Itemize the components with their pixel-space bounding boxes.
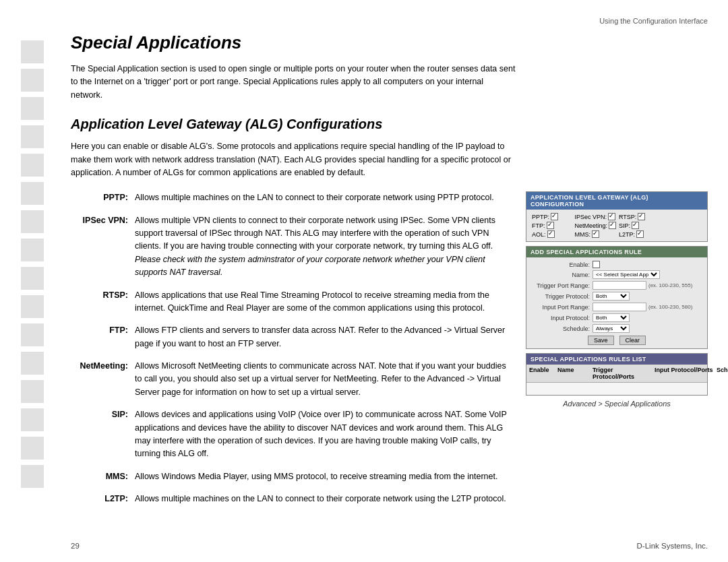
term-desc-ftp: Allows FTP clients and servers to transf… <box>135 324 511 350</box>
term-desc-l2tp: Allows multiple machines on the LAN to c… <box>135 493 511 505</box>
sidebar-square <box>21 97 44 120</box>
alg-ftp-checkbox[interactable] <box>547 222 554 229</box>
term-label-ipsec: IPSec VPN: <box>71 214 135 280</box>
sidebar-square <box>21 239 44 261</box>
alg-ftp-label: FTP: <box>532 222 545 229</box>
form-row-name: Name: << Select Special Application >> <box>532 270 702 279</box>
term-label-l2tp: L2TP: <box>71 493 135 505</box>
alg-aol: AOL: <box>532 230 572 238</box>
sidebar-decoration <box>0 0 64 562</box>
save-button[interactable]: Save <box>588 336 614 345</box>
form-label-trigger-protocol: Trigger Protocol: <box>532 293 593 300</box>
col-input: Input Protocol/Ports <box>655 367 715 380</box>
company-name: D-Link Systems, Inc. <box>637 542 708 550</box>
alg-l2tp: L2TP: <box>619 230 659 238</box>
term-label-ftp: FTP: <box>71 324 135 350</box>
alg-ftp: FTP: <box>532 222 572 229</box>
alg-config-panel: Application Level Gateway (ALG) Configur… <box>526 191 708 242</box>
sidebar-square <box>21 408 44 431</box>
rules-list-panel: Special Applications Rules List Enable N… <box>526 353 708 396</box>
panel-caption: Advanced > Special Applications <box>526 400 708 408</box>
term-sip: SIP: Allows devices and applications usi… <box>71 408 511 461</box>
rules-list-body <box>526 383 707 395</box>
input-protocol-select[interactable]: Both TCP UDP <box>593 313 630 322</box>
col-name: Name <box>557 367 591 380</box>
term-desc-pptp: Allows multiple machines on the LAN to c… <box>135 191 511 204</box>
alg-rtsp: RTSP: <box>619 213 659 220</box>
sidebar-square <box>21 465 44 488</box>
alg-sip: SIP: <box>619 222 659 229</box>
section-desc: Here you can enable or disable ALG's. So… <box>71 140 516 179</box>
term-rtsp: RTSP: Allows applications that use Real … <box>71 289 511 315</box>
alg-rtsp-checkbox[interactable] <box>638 213 645 220</box>
term-desc-sip: Allows devices and applications using Vo… <box>135 408 511 461</box>
term-mms: MMS: Allows Windows Media Player, using … <box>71 470 511 483</box>
alg-ipsec-checkbox[interactable] <box>608 213 615 220</box>
nav-breadcrumb: Using the Configuration Interface <box>599 17 708 25</box>
term-pptp: PPTP: Allows multiple machines on the LA… <box>71 191 511 204</box>
alg-ipsec-label: IPSec VPN: <box>574 214 607 220</box>
sidebar-square <box>21 352 44 375</box>
alg-l2tp-checkbox[interactable] <box>636 230 644 238</box>
trigger-port-input[interactable] <box>593 281 646 290</box>
sidebar-square <box>21 210 44 233</box>
alg-l2tp-label: L2TP: <box>619 231 635 238</box>
page-number: 29 <box>71 542 80 550</box>
form-label-trigger-port: Trigger Port Range: <box>532 282 593 289</box>
form-row-enable: Enable: <box>532 261 702 268</box>
alg-panel-header: Application Level Gateway (ALG) Configur… <box>526 192 707 210</box>
clear-button[interactable]: Clear <box>619 336 646 345</box>
form-row-trigger-port: Trigger Port Range: (ex. 100-230, 555) <box>532 281 702 290</box>
alg-panel-body: PPTP: IPSec VPN: RTSP: <box>526 210 707 241</box>
alg-ipsec: IPSec VPN: <box>574 213 616 220</box>
rules-list-column-headers: Enable Name Trigger Protocol/Ports Input… <box>526 365 707 383</box>
form-label-schedule: Schedule: <box>532 325 593 332</box>
col-enable: Enable <box>529 367 556 380</box>
term-label-pptp: PPTP: <box>71 191 135 204</box>
sidebar-square <box>21 154 44 177</box>
term-desc-netmeeting: Allows Microsoft NetMeeting clients to c… <box>135 360 511 399</box>
form-row-trigger-protocol: Trigger Protocol: Both TCP UDP <box>532 292 702 301</box>
term-desc-rtsp: Allows applications that use Real Time S… <box>135 289 511 315</box>
schedule-select[interactable]: Always <box>593 324 630 333</box>
sidebar-square <box>21 295 44 318</box>
page-footer: 29 D-Link Systems, Inc. <box>0 542 728 550</box>
section-title: Application Level Gateway (ALG) Configur… <box>71 117 708 132</box>
alg-mms-label: MMS: <box>574 231 590 238</box>
alg-netmeeting-checkbox[interactable] <box>609 222 616 229</box>
form-row-input-protocol: Input Protocol: Both TCP UDP <box>532 313 702 322</box>
alg-rtsp-label: RTSP: <box>619 214 636 220</box>
form-label-name: Name: <box>532 272 593 278</box>
term-ipsec: IPSec VPN: Allows multiple VPN clients t… <box>71 214 511 280</box>
sidebar-square <box>21 69 44 92</box>
form-label-enable: Enable: <box>532 261 593 268</box>
alg-netmeeting: NetMeeting: <box>574 222 616 229</box>
sidebar-square <box>21 380 44 403</box>
sidebar-square <box>21 125 44 148</box>
sidebar-square <box>21 182 44 205</box>
rules-list-header: Special Applications Rules List <box>526 354 707 365</box>
input-port-input[interactable] <box>593 303 646 311</box>
term-label-sip: SIP: <box>71 408 135 461</box>
trigger-protocol-select[interactable]: Both TCP UDP <box>593 292 630 301</box>
sidebar-square <box>21 267 44 290</box>
alg-netmeeting-label: NetMeeting: <box>574 222 607 229</box>
alg-pptp-checkbox[interactable] <box>551 213 558 220</box>
alg-aol-checkbox[interactable] <box>547 230 555 238</box>
term-label-mms: MMS: <box>71 470 135 483</box>
alg-sip-checkbox[interactable] <box>632 222 639 229</box>
term-netmeeting: NetMeeting: Allows Microsoft NetMeeting … <box>71 360 511 399</box>
add-rule-panel-header: Add Special Applications Rule <box>526 247 707 257</box>
col-schedule: Schedule <box>717 367 728 380</box>
input-port-hint: (ex. 100-230, 580) <box>648 304 692 310</box>
alg-sip-label: SIP: <box>619 222 630 229</box>
alg-mms-checkbox[interactable] <box>592 230 599 238</box>
term-label-netmeeting: NetMeeting: <box>71 360 135 399</box>
panel-column: Application Level Gateway (ALG) Configur… <box>526 191 708 408</box>
name-select[interactable]: << Select Special Application >> <box>593 270 660 279</box>
enable-checkbox[interactable] <box>593 261 600 268</box>
form-row-schedule: Schedule: Always <box>532 324 702 333</box>
sidebar-square <box>21 437 44 460</box>
sidebar-square <box>21 323 44 346</box>
form-buttons: Save Clear <box>532 336 702 345</box>
